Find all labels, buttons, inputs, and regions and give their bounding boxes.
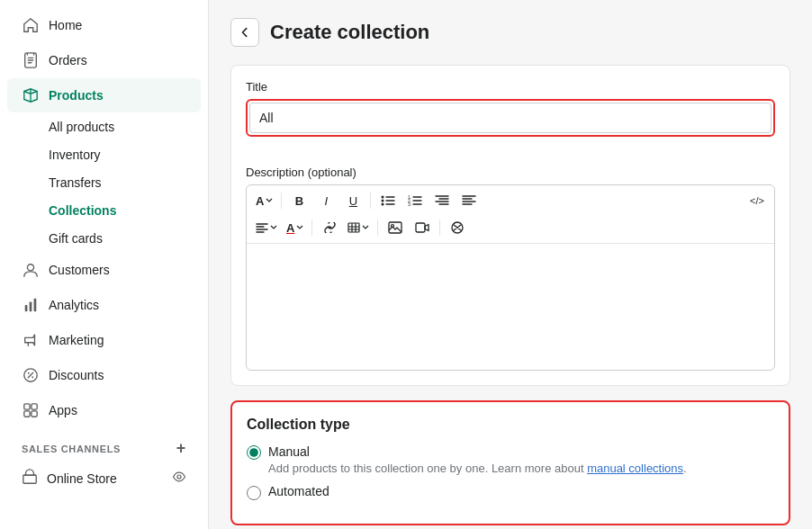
svg-rect-20 (348, 223, 359, 232)
sidebar-sub-transfers[interactable]: Transfers (7, 169, 201, 196)
description-label: Description (optional) (246, 166, 775, 179)
title-input[interactable] (249, 103, 771, 133)
svg-rect-3 (30, 301, 32, 311)
align-button[interactable] (252, 216, 281, 239)
image-button[interactable] (383, 216, 408, 239)
sidebar-sub-gift-cards[interactable]: Gift cards (7, 225, 201, 252)
svg-rect-12 (23, 475, 36, 483)
analytics-icon (22, 296, 40, 314)
underline-button[interactable]: U (340, 189, 365, 212)
sidebar-item-discounts[interactable]: Discounts (7, 358, 201, 392)
marketing-icon (22, 331, 40, 349)
orders-icon (22, 51, 40, 69)
svg-point-15 (382, 200, 384, 202)
sidebar-item-analytics[interactable]: Analytics (7, 288, 201, 322)
manual-radio[interactable] (247, 445, 261, 460)
automated-label[interactable]: Automated (268, 484, 329, 498)
svg-point-16 (382, 203, 384, 206)
italic-button[interactable]: I (313, 189, 338, 212)
title-description-card: Title Description (optional) A B (230, 65, 790, 386)
unordered-list-button[interactable] (375, 189, 401, 212)
svg-point-14 (382, 196, 384, 199)
page-header: Create collection (230, 18, 790, 47)
svg-rect-8 (24, 404, 30, 409)
apps-icon (22, 401, 40, 419)
back-button[interactable] (230, 18, 259, 47)
description-editor: A B I U 1.2.3. (246, 184, 775, 371)
products-icon (22, 86, 40, 104)
svg-rect-23 (416, 223, 425, 232)
sidebar-online-store[interactable]: Online Store (7, 462, 201, 494)
collection-type-title: Collection type (247, 417, 774, 433)
indent-button[interactable] (429, 189, 455, 212)
sidebar-sub-all-products[interactable]: All products (7, 113, 201, 140)
svg-rect-2 (25, 305, 28, 311)
collection-type-card: Collection type Manual Add products to t… (230, 400, 790, 525)
page-title: Create collection (270, 21, 429, 44)
svg-rect-9 (32, 404, 37, 409)
manual-collections-link[interactable]: manual collections (587, 462, 683, 475)
toolbar-row-1: A B I U 1.2.3. (252, 189, 769, 212)
text-color-button[interactable]: A (283, 216, 307, 239)
title-input-highlight (246, 99, 775, 137)
svg-rect-11 (32, 411, 37, 417)
toolbar-divider-4 (377, 220, 378, 236)
description-editor-body[interactable] (247, 244, 774, 370)
title-label: Title (246, 80, 775, 94)
format-button[interactable]: A (252, 189, 276, 212)
format-label: A (256, 194, 264, 208)
description-field-wrapper: Description (optional) A B I U (246, 166, 775, 371)
svg-point-13 (177, 475, 181, 479)
text-color-label: A (286, 221, 294, 235)
toolbar-divider-1 (281, 193, 282, 209)
link-button[interactable] (317, 216, 342, 239)
automated-radio[interactable] (247, 486, 261, 500)
svg-point-6 (28, 372, 30, 374)
manual-option: Manual Add products to this collection o… (247, 444, 774, 475)
sidebar-item-home[interactable]: Home (7, 8, 201, 42)
sidebar-item-customers[interactable]: Customers (7, 253, 201, 287)
manual-description: Add products to this collection one by o… (268, 462, 687, 475)
svg-rect-4 (34, 299, 37, 311)
bold-button[interactable]: B (286, 189, 311, 212)
main-content: Create collection Title Description (opt… (209, 0, 812, 529)
toolbar-divider-3 (311, 220, 312, 236)
ordered-list-button[interactable]: 1.2.3. (402, 189, 428, 212)
svg-rect-10 (24, 411, 30, 417)
sidebar: Home Orders Products All products (0, 0, 209, 529)
video-button[interactable] (410, 216, 435, 239)
svg-rect-21 (389, 222, 401, 233)
eye-icon[interactable] (172, 470, 186, 487)
sidebar-sub-collections[interactable]: Collections (7, 197, 201, 224)
home-icon (22, 16, 40, 34)
toolbar-row-2: A (252, 216, 769, 239)
sidebar-item-marketing[interactable]: Marketing (7, 323, 201, 357)
add-channel-icon[interactable]: + (176, 439, 186, 458)
sidebar-item-apps[interactable]: Apps (7, 393, 201, 427)
sidebar-sub-inventory[interactable]: Inventory (7, 141, 201, 168)
store-icon (22, 469, 38, 488)
discounts-icon (22, 366, 40, 384)
svg-text:3.: 3. (408, 202, 411, 207)
clear-format-button[interactable] (445, 216, 470, 239)
toolbar-divider-5 (439, 220, 440, 236)
sidebar-item-products[interactable]: Products (7, 78, 201, 112)
svg-point-7 (32, 376, 33, 378)
manual-label[interactable]: Manual (268, 444, 310, 459)
automated-option: Automated (247, 484, 774, 500)
sales-channels-section: SALES CHANNELS + (7, 428, 201, 462)
title-field-wrapper: Title (246, 80, 775, 151)
svg-point-1 (27, 264, 33, 271)
table-button[interactable] (344, 216, 373, 239)
code-button[interactable]: </> (745, 189, 769, 212)
toolbar-divider-2 (370, 193, 371, 209)
outdent-button[interactable] (456, 189, 482, 212)
customers-icon (22, 261, 40, 279)
sidebar-item-orders[interactable]: Orders (7, 43, 201, 77)
editor-toolbar: A B I U 1.2.3. (247, 185, 774, 244)
